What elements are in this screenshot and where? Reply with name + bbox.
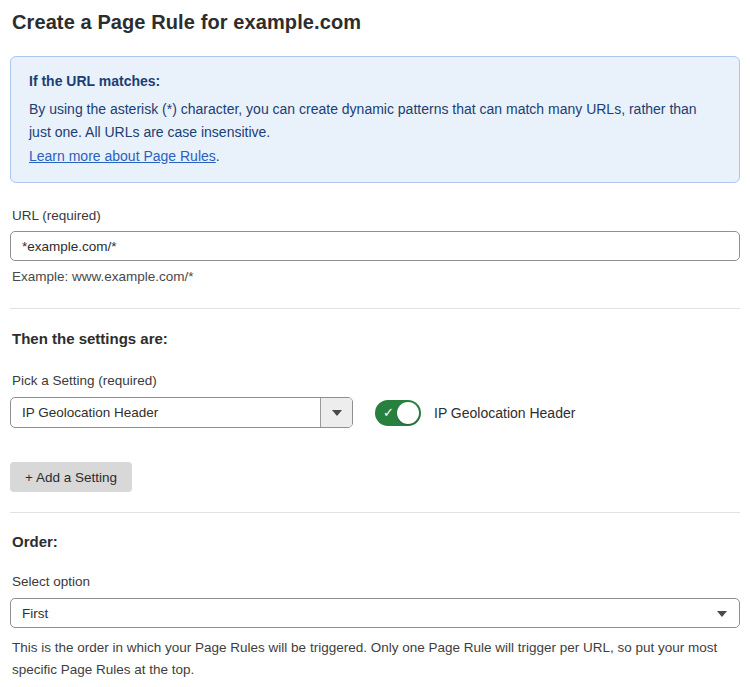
order-select-value: First [22,606,48,621]
toggle-label: IP Geolocation Header [434,405,575,421]
url-example-hint: Example: www.example.com/* [10,269,740,284]
learn-more-link[interactable]: Learn more about Page Rules [29,148,216,164]
select-option-label: Select option [10,574,740,589]
check-icon: ✓ [383,404,394,421]
order-select[interactable]: First [10,598,740,628]
pick-setting-label: Pick a Setting (required) [10,373,740,388]
url-match-info-box: If the URL matches: By using the asteris… [10,56,740,183]
info-box-body: By using the asterisk (*) character, you… [29,98,721,145]
page-rule-form: Create a Page Rule for example.com If th… [0,0,750,687]
url-label: URL (required) [10,208,740,223]
chevron-down-icon [332,410,342,416]
url-input[interactable] [10,231,740,261]
settings-section-heading: Then the settings are: [10,330,740,347]
info-box-link-line: Learn more about Page Rules. [29,145,721,169]
setting-dropdown-value: IP Geolocation Header [11,398,320,427]
setting-dropdown-arrow-button[interactable] [320,398,352,427]
order-section-heading: Order: [10,533,740,550]
divider [10,308,740,309]
ip-geolocation-toggle[interactable]: ✓ [375,400,421,426]
toggle-group: ✓ IP Geolocation Header [375,400,575,426]
add-setting-button[interactable]: + Add a Setting [10,462,132,492]
page-title: Create a Page Rule for example.com [10,11,740,34]
divider [10,512,740,513]
chevron-down-icon [717,611,727,617]
toggle-knob [397,402,419,424]
order-help-text: This is the order in which your Page Rul… [10,637,742,682]
info-box-heading: If the URL matches: [29,70,721,94]
setting-dropdown[interactable]: IP Geolocation Header [10,397,353,428]
setting-row: IP Geolocation Header ✓ IP Geolocation H… [10,397,740,428]
link-suffix: . [216,148,220,164]
